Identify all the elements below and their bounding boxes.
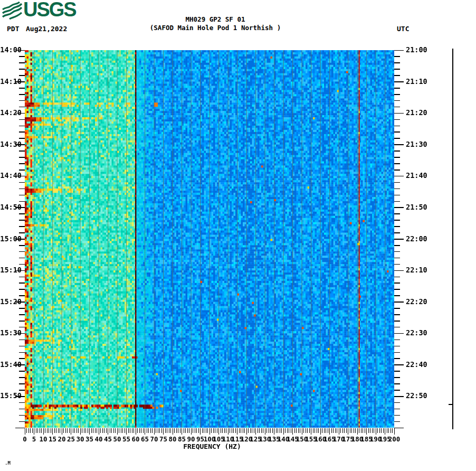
axes-layer: 14:0014:1014:2014:3014:4014:5015:0015:10… xyxy=(0,0,476,471)
y-axis-right-tick xyxy=(394,176,404,177)
x-axis-tick xyxy=(309,428,310,433)
y-axis-right-tick xyxy=(394,308,400,309)
x-axis-tick xyxy=(226,428,226,433)
y-axis-left-tick xyxy=(19,390,25,391)
x-axis-tick xyxy=(317,428,317,433)
y-axis-right-tick xyxy=(394,169,400,171)
y-axis-right-tick xyxy=(394,226,400,227)
x-axis-tick-label: 200 xyxy=(385,436,403,442)
x-axis-tick xyxy=(170,428,171,433)
x-axis-tick xyxy=(291,428,291,433)
x-axis-tick xyxy=(235,428,236,433)
y-axis-left-tick xyxy=(19,131,25,133)
x-axis-tick xyxy=(233,428,234,433)
x-axis-tick xyxy=(37,428,38,433)
x-axis-tick xyxy=(224,428,225,433)
x-axis-tick xyxy=(213,428,214,433)
x-axis-tick xyxy=(106,428,107,433)
y-axis-left-label: 14:10 xyxy=(0,78,22,86)
x-axis-tick xyxy=(359,428,359,433)
y-axis-right-tick xyxy=(394,245,400,246)
x-axis-tick xyxy=(110,428,110,433)
x-axis-tick xyxy=(36,428,36,433)
x-axis-tick xyxy=(222,428,223,433)
y-axis-right-tick xyxy=(394,371,400,372)
x-axis-tick xyxy=(152,428,153,433)
x-axis-tick xyxy=(392,428,393,433)
y-axis-left-tick xyxy=(19,415,25,416)
x-axis-tick xyxy=(182,428,182,435)
y-axis-right-tick xyxy=(394,119,400,120)
y-axis-left-label: 15:30 xyxy=(0,329,22,337)
x-axis-tick xyxy=(269,428,269,433)
y-axis-right-tick xyxy=(394,144,404,145)
y-axis-right-label: 22:30 xyxy=(406,329,431,337)
y-axis-right-tick xyxy=(394,390,400,391)
x-axis-tick xyxy=(211,428,212,433)
x-axis-tick xyxy=(326,428,326,433)
x-axis-tick xyxy=(84,428,84,433)
x-axis-tick xyxy=(259,428,260,433)
x-axis-tick xyxy=(329,428,330,435)
x-axis-tick xyxy=(134,428,134,433)
y-axis-left-tick xyxy=(19,352,25,353)
y-axis-right-tick xyxy=(394,69,400,70)
x-axis-tick xyxy=(298,428,299,433)
x-axis-tick xyxy=(266,428,267,433)
y-axis-right-tick xyxy=(394,251,400,252)
y-axis-right-tick xyxy=(394,282,400,284)
x-axis-tick xyxy=(207,428,208,433)
y-axis-right-tick xyxy=(394,213,400,214)
x-axis-tick xyxy=(285,428,285,433)
x-axis-tick xyxy=(303,428,304,433)
x-axis-tick xyxy=(128,428,129,433)
y-axis-left-tick xyxy=(19,421,25,422)
y-axis-right-tick xyxy=(394,138,400,139)
y-axis-right-tick xyxy=(394,195,400,196)
y-axis-left-tick xyxy=(19,62,25,63)
y-axis-right-tick xyxy=(394,56,400,57)
x-axis-tick xyxy=(255,428,256,435)
y-axis-right-tick xyxy=(394,150,400,152)
x-axis-tick xyxy=(126,428,127,435)
x-axis-tick xyxy=(385,428,385,435)
x-axis-tick xyxy=(34,428,34,435)
y-axis-right-label: 21:10 xyxy=(406,78,431,86)
x-axis-tick xyxy=(130,428,130,433)
x-axis-tick xyxy=(324,428,325,433)
x-axis-tick xyxy=(302,428,302,435)
x-axis-tick xyxy=(281,428,282,433)
x-axis-tick xyxy=(331,428,332,433)
y-axis-left-tick xyxy=(19,163,25,164)
amplitude-trace-event-tick xyxy=(449,404,453,405)
y-axis-left-tick xyxy=(19,100,25,101)
x-axis-tick xyxy=(58,428,59,433)
y-axis-right-label: 21:50 xyxy=(406,203,431,211)
x-axis-tick xyxy=(292,428,293,435)
y-axis-right-tick xyxy=(394,201,400,202)
y-axis-left-tick xyxy=(19,157,25,158)
y-axis-left-tick xyxy=(19,88,25,89)
x-axis-tick xyxy=(108,428,108,435)
x-axis-tick xyxy=(230,428,230,433)
y-axis-left-tick xyxy=(19,189,25,190)
y-axis-right-tick xyxy=(394,333,404,334)
x-axis-tick xyxy=(115,428,116,433)
x-axis-tick xyxy=(104,428,104,433)
x-axis-tick xyxy=(85,428,86,433)
x-axis-tick xyxy=(125,428,125,433)
y-axis-right-tick xyxy=(394,428,404,429)
x-axis-tick xyxy=(139,428,140,433)
x-axis-tick xyxy=(41,428,42,433)
x-axis-tick xyxy=(165,428,166,433)
x-axis-tick xyxy=(246,428,247,435)
x-axis-tick xyxy=(272,428,273,433)
y-axis-left-tick xyxy=(19,321,25,322)
x-axis-tick xyxy=(221,428,221,433)
x-axis-tick xyxy=(215,428,215,433)
x-axis-tick xyxy=(351,428,352,433)
x-axis-tick xyxy=(381,428,382,433)
y-axis-right-tick xyxy=(394,421,400,422)
spectrogram-page: USGS PDT Aug21,2022 MH029 GP2 SF 01 (SAF… xyxy=(0,0,476,471)
x-axis-tick xyxy=(52,428,53,435)
